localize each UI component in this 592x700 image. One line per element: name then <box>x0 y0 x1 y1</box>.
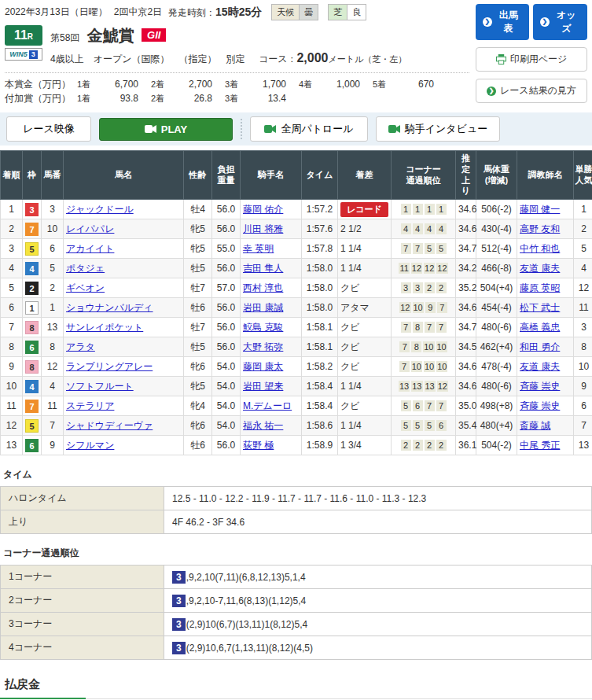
jockey-link[interactable]: 福永 祐一 <box>243 420 283 431</box>
race-header: 2022年3月13日（日曜） 2回中京2日 発走時刻：15時25分 天候 曇 芝… <box>0 0 592 106</box>
trainer-link[interactable]: 中竹 和也 <box>520 243 560 254</box>
trainer-link[interactable]: 藤岡 健一 <box>520 204 560 215</box>
weather-label: 天候 <box>272 5 300 20</box>
margin: 2 1/2 <box>338 219 392 239</box>
horse-name-link[interactable]: アラタ <box>66 341 95 352</box>
horse-name-link[interactable]: ショウナンバルディ <box>66 302 153 313</box>
margin: 1 1/4 <box>338 259 392 278</box>
race-video-button[interactable]: レース映像 <box>6 116 91 142</box>
trainer-link[interactable]: 高橋 義忠 <box>520 322 560 333</box>
jockey-link[interactable]: M.デムーロ <box>243 400 292 411</box>
jockey-link[interactable]: 西村 淳也 <box>243 282 283 293</box>
horse-weight: 504(-2) <box>476 436 517 455</box>
jockey-link[interactable]: 藤岡 康太 <box>243 361 283 372</box>
sex-age: 牝6 <box>184 416 212 436</box>
column-header: 着順 <box>1 151 23 200</box>
jockey-link[interactable]: 藤岡 佑介 <box>243 204 283 215</box>
results-guide-button[interactable]: ❯レース結果の見方 <box>476 79 587 103</box>
trainer-link[interactable]: 斉藤 崇史 <box>520 400 560 411</box>
corner-position-chip: 9 <box>425 302 436 313</box>
last-3f-time: 35.0 <box>456 396 476 416</box>
trainer-link[interactable]: 高野 友和 <box>520 223 560 234</box>
frame-number-badge: 6 <box>25 341 39 354</box>
horse-weight: 512(-4) <box>476 239 517 259</box>
horse-number: 6 <box>42 239 64 259</box>
horse-name-link[interactable]: ポタジェ <box>66 263 105 274</box>
play-button[interactable]: PLAY <box>99 118 233 141</box>
corner-position-chip: 1 <box>401 204 411 215</box>
grade-badge: GII <box>142 28 166 42</box>
corner-position-chip: 12 <box>399 302 410 313</box>
record-badge: レコード <box>340 202 388 217</box>
finish-time: 1:58.4 <box>302 396 338 416</box>
corner-positions: 4444 <box>392 219 456 239</box>
horse-name-link[interactable]: レイパパレ <box>66 223 114 234</box>
trainer-link[interactable]: 友道 康夫 <box>520 263 560 274</box>
win-favorite-rank: 6 <box>574 396 592 416</box>
corner-label: 3コーナー <box>1 613 164 636</box>
frame-number-badge: 7 <box>25 400 39 413</box>
jockey-link[interactable]: 鮫島 克駿 <box>243 322 283 333</box>
trainer-link[interactable]: 友道 康夫 <box>520 361 560 372</box>
horse-name-link[interactable]: ランブリングアレー <box>66 361 153 372</box>
corner-position-chip: 10 <box>413 302 424 313</box>
result-row: 133ジャックドール牡456.0藤岡 佑介1:57.2レコード111134.65… <box>1 200 592 219</box>
odds-button[interactable]: ❯オッズ <box>533 4 587 40</box>
win-favorite-rank: 8 <box>574 337 592 357</box>
horse-name-link[interactable]: サンレイポケット <box>66 322 143 333</box>
jockey-link[interactable]: 岩田 康誠 <box>243 302 283 313</box>
corner-position-chip: 1 <box>413 204 423 215</box>
race-title-row: 11R WIN5 3 第58回 金鯱賞 GII 4歳以上 オープン（国際） （指… <box>5 25 469 66</box>
patrol-video-button[interactable]: 全周パトロール <box>250 116 368 142</box>
trainer-link[interactable]: 斉藤 崇史 <box>520 381 560 392</box>
prize-place: 2着 <box>151 93 171 105</box>
carried-weight: 56.0 <box>212 259 241 278</box>
sex-age: 牡4 <box>184 200 212 219</box>
jockey-link[interactable]: 幸 英明 <box>243 243 274 254</box>
jockey-link[interactable]: 川田 将雅 <box>243 223 283 234</box>
print-page-button[interactable]: 印刷用ページ <box>476 47 587 72</box>
trainer-link[interactable]: 斎藤 誠 <box>520 420 550 431</box>
horse-name-link[interactable]: アカイイト <box>66 243 114 254</box>
horse-name-link[interactable]: ステラリア <box>66 400 114 411</box>
last-furlongs-label: 上り <box>1 510 164 534</box>
horse-name-link[interactable]: シフルマン <box>66 440 114 451</box>
trainer-link[interactable]: 松下 武士 <box>520 302 560 313</box>
horse-weight: 478(-4) <box>476 357 517 377</box>
prize-amount: 26.8 <box>171 93 212 104</box>
trainer-link[interactable]: 和田 勇介 <box>520 341 560 352</box>
horse-name-link[interactable]: ギベオン <box>66 282 105 293</box>
win5-badge: WIN5 3 <box>5 48 42 61</box>
horse-name-link[interactable]: ソフトフルート <box>66 381 134 392</box>
win5-number: 3 <box>29 50 38 59</box>
corner-position-chip: 2 <box>413 440 423 451</box>
last-3f-time: 34.6 <box>456 298 476 318</box>
result-row: 1257シャドウディーヴァ牝654.0福永 祐一1:58.61 1/455563… <box>1 416 592 436</box>
course-distance: 2,000 <box>296 51 328 64</box>
trainer-link[interactable]: 中尾 秀正 <box>520 440 560 451</box>
corner-order: 3(2,9)10,6,7(1,13,11)(8,12)(4,5) <box>164 636 592 660</box>
prize-amount: 670 <box>393 79 434 90</box>
horse-number: 7 <box>42 416 64 436</box>
jockey-link[interactable]: 岩田 望来 <box>243 381 283 392</box>
horse-name-link[interactable]: シャドウディーヴァ <box>66 420 153 431</box>
jockey-interview-button[interactable]: 騎手インタビュー <box>376 116 500 142</box>
entries-button[interactable]: ❯出馬表 <box>476 4 529 40</box>
finish-position: 4 <box>1 259 23 278</box>
corner-row: 4コーナー3(2,9)10,6,7(1,13,11)(8,12)(4,5) <box>1 636 592 660</box>
prize-place: 1着 <box>77 93 97 105</box>
corner-position-chip: 7 <box>425 322 435 333</box>
jockey-link[interactable]: 吉田 隼人 <box>243 263 283 274</box>
video-camera-icon <box>264 125 276 133</box>
horse-name-link[interactable]: ジャックドール <box>66 204 134 215</box>
corner-position-chip: 8 <box>413 322 423 333</box>
finish-time: 1:58.0 <box>302 298 338 318</box>
trainer-link[interactable]: 藤原 英昭 <box>520 282 560 293</box>
jockey-link[interactable]: 荻野 極 <box>243 440 274 451</box>
finish-time: 1:57.6 <box>302 219 338 239</box>
win-favorite-rank: 3 <box>574 318 592 337</box>
race-title: 金鯱賞 <box>87 27 134 44</box>
corner-position-chip: 7 <box>436 322 447 333</box>
carried-weight: 54.0 <box>212 396 241 416</box>
jockey-link[interactable]: 大野 拓弥 <box>243 341 283 352</box>
